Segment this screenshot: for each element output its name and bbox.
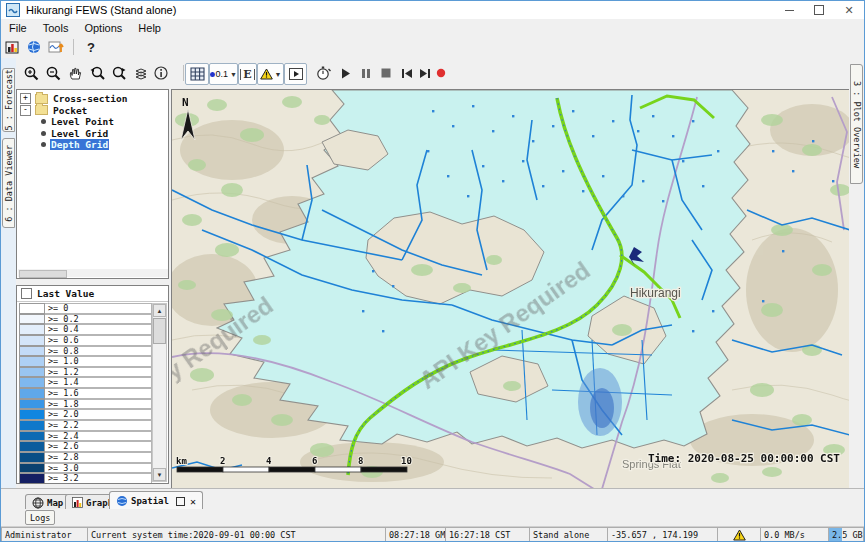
grid-display-icon[interactable] xyxy=(185,63,209,85)
svg-text:8: 8 xyxy=(358,456,363,466)
color-swatch xyxy=(19,367,45,378)
color-swatch xyxy=(19,441,45,452)
zoom-in-icon[interactable] xyxy=(21,63,41,83)
spatial-display-icon[interactable] xyxy=(23,37,45,57)
legend-row[interactable]: >= 2.0 xyxy=(19,409,152,420)
legend-scrollbar[interactable]: ▲ ▼ xyxy=(152,303,167,482)
color-swatch xyxy=(19,346,45,357)
timer-icon[interactable] xyxy=(313,63,333,83)
close-button[interactable]: ✕ xyxy=(834,1,864,19)
right-tab-strip: 3 : Plot Overview xyxy=(848,58,864,488)
tab-data-viewer[interactable]: 6 : Data Viewer xyxy=(2,138,15,228)
app-window: Hikurangi FEWS (Stand alone) ✕ File Tool… xyxy=(0,0,865,542)
town-label: Hikurangi xyxy=(630,286,681,300)
tab-map[interactable]: Map xyxy=(25,494,70,510)
warning-dropdown[interactable]: ▼ xyxy=(257,63,284,85)
tab-plot-overview[interactable]: 3 : Plot Overview xyxy=(850,64,863,184)
legend-row[interactable]: >= 0 xyxy=(19,303,152,314)
map-toolbar: 0.1 ▼ E ▼ xyxy=(1,58,849,89)
menu-help[interactable]: Help xyxy=(130,22,169,34)
legend-panel: Last Value >= 0 >= 0.2 >= 0.4 >= 0.6 >= … xyxy=(16,285,169,484)
legend-row[interactable]: >= 0.2 xyxy=(19,314,152,325)
expand-icon[interactable]: + xyxy=(20,93,31,104)
zoom-previous-icon[interactable] xyxy=(87,63,107,83)
zoom-next-icon[interactable] xyxy=(109,63,129,83)
bottom-tab-bar: Map Graph Spatial ✕ xyxy=(1,488,864,510)
globe-icon xyxy=(116,495,128,507)
layers-icon[interactable] xyxy=(131,63,151,83)
layer-tree: + Cross-section - Pocket Level Point Lev… xyxy=(16,89,169,279)
stop-button[interactable] xyxy=(379,63,393,83)
legend-row[interactable]: >= 3.2 xyxy=(19,473,152,484)
step-back-button[interactable] xyxy=(399,63,415,83)
status-mode: Stand alone xyxy=(529,527,607,542)
legend-row[interactable]: >= 1.0 xyxy=(19,356,152,367)
collapse-icon[interactable]: - xyxy=(20,105,31,116)
color-swatch xyxy=(19,356,45,367)
legend-row[interactable]: >= 2.4 xyxy=(19,431,152,442)
legend-row[interactable]: >= 2.2 xyxy=(19,420,152,431)
maximize-tab-icon[interactable] xyxy=(176,497,185,506)
legend-row[interactable]: >= 0.8 xyxy=(19,346,152,357)
time-series-display-icon[interactable] xyxy=(45,37,67,57)
legend-row[interactable]: >= 1.4 xyxy=(19,377,152,388)
legend-row[interactable]: >= 2.6 xyxy=(19,441,152,452)
status-download-speed: 0.0 MB/s xyxy=(760,527,828,542)
zoom-out-icon[interactable] xyxy=(43,63,63,83)
svg-text:10: 10 xyxy=(401,456,412,466)
minimize-button[interactable] xyxy=(774,1,804,19)
menu-options[interactable]: Options xyxy=(76,22,130,34)
legend-row[interactable]: >= 0.4 xyxy=(19,324,152,335)
logs-button[interactable]: Logs xyxy=(25,510,55,525)
threshold-dropdown[interactable]: 0.1 ▼ xyxy=(209,63,238,85)
svg-text:N: N xyxy=(182,96,189,109)
svg-text:2: 2 xyxy=(220,456,225,466)
scroll-thumb xyxy=(153,318,166,344)
menu-file[interactable]: File xyxy=(1,22,35,34)
legend-row[interactable]: >= 0.6 xyxy=(19,335,152,346)
node-bullet-icon xyxy=(41,131,46,136)
menu-tools[interactable]: Tools xyxy=(35,22,77,34)
map-view[interactable]: API Key Required API Key Required Hikura… xyxy=(171,89,849,488)
play-button[interactable] xyxy=(339,63,353,83)
status-coordinates: -35.657 , 174.199 xyxy=(607,527,717,542)
status-warning-cell[interactable] xyxy=(717,527,760,542)
legend-row[interactable]: >= 3.0 xyxy=(19,463,152,474)
status-local-time: 16:27:18 CST xyxy=(445,527,529,542)
close-tab-icon[interactable]: ✕ xyxy=(190,496,196,507)
legend-row[interactable]: >= 1.2 xyxy=(19,367,152,378)
svg-text:4: 4 xyxy=(266,456,272,466)
legend-toggle-button[interactable]: E xyxy=(238,63,257,85)
tab-forecast[interactable]: 5 : Forecast xyxy=(2,68,15,132)
tree-item-level-point[interactable]: Level Point xyxy=(17,116,168,128)
legend-row[interactable]: >= 1.8 xyxy=(19,399,152,410)
bar-chart-icon xyxy=(72,497,83,508)
left-tab-strip: 5 : Forecast 6 : Data Viewer xyxy=(1,58,16,488)
tree-item-level-grid[interactable]: Level Grid xyxy=(17,128,168,140)
tree-item-pocket[interactable]: - Pocket xyxy=(17,105,168,117)
color-swatch xyxy=(19,303,45,314)
pause-button[interactable] xyxy=(359,63,373,83)
warning-icon xyxy=(733,529,746,541)
wireframe-globe-icon xyxy=(32,497,44,509)
legend-row[interactable]: >= 1.6 xyxy=(19,388,152,399)
tree-horizontal-scrollbar[interactable] xyxy=(18,269,169,277)
map-time-label: Time: 2020-08-25 00:00:00 CST xyxy=(648,452,840,465)
color-swatch xyxy=(19,473,45,484)
color-swatch xyxy=(19,314,45,325)
pan-icon[interactable] xyxy=(65,63,85,83)
record-button[interactable] xyxy=(435,63,447,83)
scroll-down-icon: ▼ xyxy=(153,468,166,481)
tab-spatial[interactable]: Spatial ✕ xyxy=(109,491,203,510)
step-forward-button[interactable] xyxy=(417,63,433,83)
last-value-checkbox[interactable] xyxy=(21,288,32,299)
color-swatch xyxy=(19,463,45,474)
info-icon[interactable] xyxy=(151,63,171,83)
database-display-icon[interactable] xyxy=(1,37,23,57)
legend-row[interactable]: >= 2.8 xyxy=(19,452,152,463)
tree-item-depth-grid[interactable]: Depth Grid xyxy=(17,139,168,151)
warning-icon xyxy=(260,68,273,80)
help-icon[interactable]: ? xyxy=(80,37,102,57)
maximize-button[interactable] xyxy=(804,1,834,19)
movie-player-icon[interactable] xyxy=(284,63,307,85)
